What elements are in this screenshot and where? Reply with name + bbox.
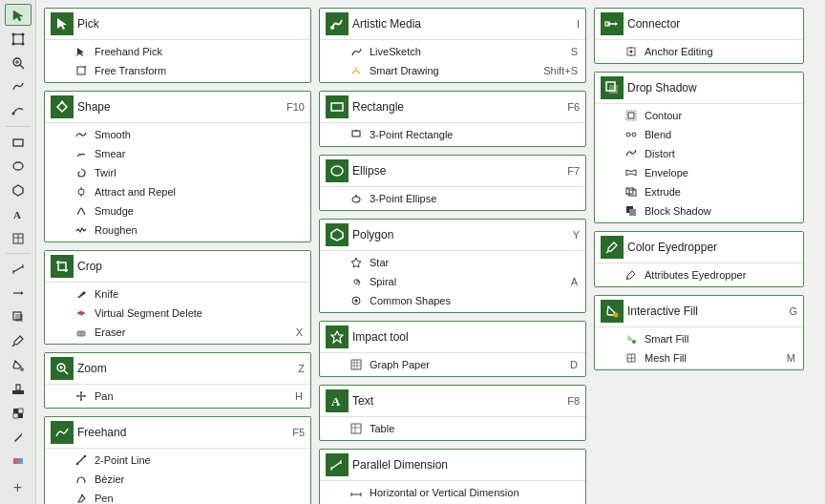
polygon-label: Polygon — [352, 228, 569, 242]
toolbar-fill[interactable] — [5, 354, 32, 376]
pick-group-header[interactable]: Pick — [45, 9, 310, 40]
contour-label: Contour — [645, 110, 795, 121]
text-items: Table — [320, 417, 585, 440]
rectangle-group-header[interactable]: Rectangle F6 — [320, 92, 585, 123]
vsd-item[interactable]: Virtual Segment Delete — [45, 304, 310, 323]
toolbar-add-button[interactable]: + — [5, 474, 32, 500]
smooth-item[interactable]: Smooth — [45, 125, 310, 144]
toolbar-rectangle[interactable] — [5, 131, 32, 153]
connector-group: Connector Anchor Editing — [594, 8, 804, 64]
spiral-icon — [349, 274, 364, 289]
toolbar-shape[interactable] — [5, 28, 32, 50]
meshfill-item[interactable]: Mesh Fill M — [595, 348, 803, 368]
eyedropper-group-header[interactable]: Color Eyedropper — [595, 232, 803, 263]
attr-eyedropper-item[interactable]: Attributes Eyedropper — [595, 265, 803, 284]
toolbar-dimension[interactable] — [5, 258, 32, 280]
blockshadow-item[interactable]: Block Shadow — [595, 201, 803, 220]
toolbar-pick[interactable] — [5, 4, 32, 26]
hv-dimension-item[interactable]: Horizontal or Vertical Dimension — [320, 483, 585, 502]
artistic-group-header[interactable]: Artistic Media I — [320, 9, 585, 40]
toolbar-polygon[interactable] — [5, 179, 32, 201]
polygon-group-header[interactable]: Polygon Y — [320, 220, 585, 251]
polygon-items: Star Spiral A Common Shapes — [320, 251, 585, 312]
svg-rect-27 — [12, 390, 24, 394]
contour-item[interactable]: Contour — [595, 106, 803, 125]
free-transform-label: Free Transform — [95, 65, 303, 76]
twirl-item[interactable]: Twirl — [45, 163, 310, 182]
toolbar-table[interactable] — [5, 227, 32, 249]
pan-item[interactable]: Pan H — [45, 387, 310, 406]
ellipse-group-header[interactable]: Ellipse F7 — [320, 156, 585, 187]
toolbar-zoom[interactable] — [5, 52, 32, 74]
smart-drawing-item[interactable]: Smart Drawing Shift+S — [320, 61, 585, 80]
toolbar-checker[interactable] — [5, 402, 32, 424]
smear-item[interactable]: Smear — [45, 144, 310, 163]
spiral-item[interactable]: Spiral A — [320, 272, 585, 291]
freehand-group-header[interactable]: Freehand F5 — [45, 417, 310, 449]
attract-item[interactable]: Attract and Repel — [45, 182, 310, 201]
toolbar-text[interactable]: A — [5, 203, 32, 225]
toolbar-smart[interactable] — [5, 100, 32, 122]
svg-point-95 — [630, 51, 633, 53]
pen-item[interactable]: Pen — [45, 489, 310, 504]
toolbar-dropshadow[interactable] — [5, 306, 32, 328]
toolbar-ellipse[interactable] — [5, 155, 32, 177]
extrude-item[interactable]: Extrude — [595, 182, 803, 201]
anchor-editing-item[interactable]: Anchor Editing — [595, 42, 803, 61]
pan-shortcut: H — [295, 390, 303, 402]
toolbar-paint[interactable] — [5, 378, 32, 400]
fill-group-header[interactable]: Interactive Fill G — [595, 296, 803, 327]
table-item[interactable]: Table — [320, 419, 585, 438]
dropshadow-icon — [601, 76, 624, 99]
shape-group-header[interactable]: Shape F10 — [45, 92, 310, 123]
freehand-pick-item[interactable]: Freehand Pick — [45, 42, 310, 61]
zoom-group-header[interactable]: Zoom Z — [45, 353, 310, 385]
toolbar-connector[interactable] — [5, 282, 32, 304]
eraser-item[interactable]: Eraser X — [45, 323, 310, 342]
impact-group-header[interactable]: Impact tool — [320, 322, 585, 353]
3pt-ellipse-item[interactable]: 3-Point Ellipse — [320, 189, 585, 208]
smartfill-item[interactable]: Smart Fill — [595, 329, 803, 348]
eraser-icon — [74, 325, 89, 340]
star-item[interactable]: Star — [320, 253, 585, 272]
3pt-rect-item[interactable]: 3-Point Rectangle — [320, 125, 585, 144]
toolbar-pen2[interactable] — [5, 427, 32, 449]
toolbar-freehand[interactable] — [5, 76, 32, 98]
envelope-item[interactable]: Envelope — [595, 163, 803, 182]
svg-text:A: A — [331, 394, 341, 409]
svg-rect-71 — [351, 360, 361, 369]
svg-rect-99 — [609, 85, 618, 94]
graphpaper-shortcut: D — [570, 359, 578, 370]
toolbar-eyedropper[interactable] — [5, 330, 32, 352]
smudge-item[interactable]: Smudge — [45, 201, 310, 220]
artistic-group: Artistic Media I LiveSketch S Smart Draw… — [319, 8, 586, 83]
ellipse-group: Ellipse F7 3-Point Ellipse — [319, 155, 586, 211]
common-shapes-item[interactable]: Common Shapes — [320, 291, 585, 310]
dimension-group-header[interactable]: Parallel Dimension — [320, 450, 585, 481]
livesketch-item[interactable]: LiveSketch S — [320, 42, 585, 61]
knife-item[interactable]: Knife — [45, 284, 310, 304]
text-group-header[interactable]: A Text F8 — [320, 386, 585, 417]
free-transform-item[interactable]: Free Transform — [45, 61, 310, 80]
toolbar-sep-2 — [6, 253, 31, 254]
dropshadow-group-header[interactable]: Drop Shadow — [595, 73, 803, 104]
envelope-icon — [624, 165, 639, 180]
polygon-icon — [326, 223, 349, 246]
2pt-line-item[interactable]: 2-Point Line — [45, 451, 310, 470]
roughen-item[interactable]: Roughen — [45, 220, 310, 240]
vsd-icon — [74, 305, 89, 321]
distort-item[interactable]: Distort — [595, 144, 803, 163]
svg-point-26 — [20, 368, 24, 371]
connector-group-header[interactable]: Connector — [595, 9, 803, 40]
svg-line-113 — [606, 251, 608, 253]
svg-line-55 — [77, 456, 85, 464]
svg-point-4 — [11, 42, 14, 45]
crop-group-header[interactable]: Crop — [45, 251, 310, 283]
smear-icon — [74, 146, 89, 161]
toolbar-gradient[interactable] — [5, 451, 32, 472]
blend-item[interactable]: Blend — [595, 125, 803, 144]
graphpaper-item[interactable]: Graph Paper D — [320, 355, 585, 374]
svg-rect-28 — [16, 385, 20, 390]
svg-point-3 — [21, 32, 24, 35]
bezier-item[interactable]: Bézier — [45, 470, 310, 489]
